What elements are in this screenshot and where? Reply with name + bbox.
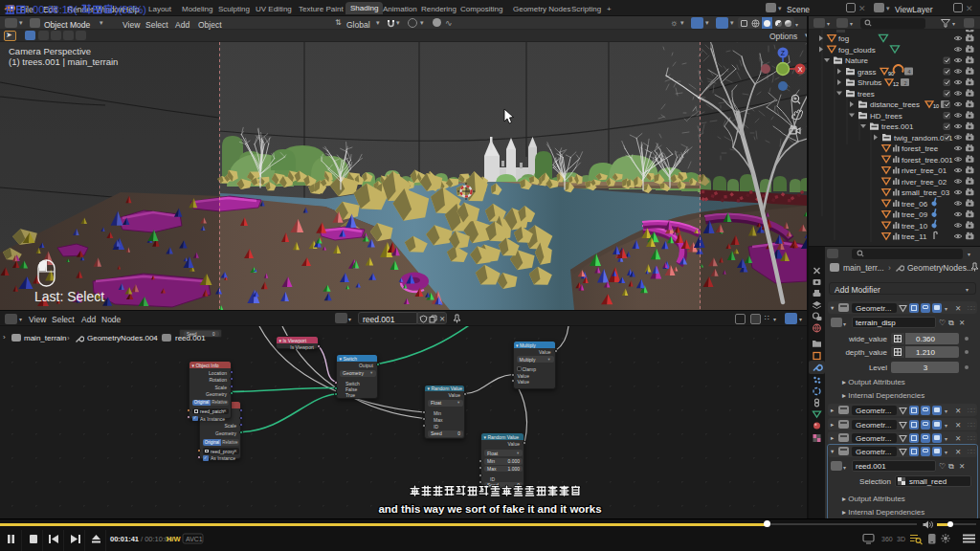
svg-text:Nature: Nature	[845, 56, 869, 65]
svg-text:H/W: H/W	[167, 535, 182, 543]
svg-text:Camera Perspective: Camera Perspective	[9, 46, 91, 56]
svg-text:AVC1: AVC1	[186, 536, 203, 542]
svg-text:forest_tree.001: forest_tree.001	[902, 156, 953, 165]
svg-text:river_tree_01: river_tree_01	[902, 166, 947, 175]
svg-text:trees.001: trees.001	[881, 122, 914, 131]
svg-text:HD_trees: HD_trees	[870, 112, 902, 121]
svg-text:12: 12	[893, 81, 899, 87]
svg-text:tree_09: tree_09	[902, 210, 928, 219]
svg-text:trees: trees	[858, 90, 875, 99]
svg-text:distance_trees: distance_trees	[870, 100, 920, 109]
svg-text:fog: fog	[838, 34, 849, 43]
svg-text:00:01:41: 00:01:41	[110, 535, 139, 543]
svg-text:and this way we sort of fake i: and this way we sort of fake it and it w…	[378, 503, 601, 515]
svg-text:small_tree_03: small_tree_03	[902, 188, 950, 197]
svg-text:X: X	[798, 66, 803, 73]
svg-text:Z: Z	[781, 50, 786, 56]
svg-text:: 00:08:18(: : 00:08:18(	[27, 4, 78, 15]
svg-text:2: 2	[904, 80, 907, 86]
svg-text:grass: grass	[858, 68, 877, 77]
svg-text:Last: Select: Last: Select	[34, 289, 104, 304]
svg-text:fog_clouds: fog_clouds	[838, 46, 876, 55]
svg-text:(1) trees.001 | main_terrain: (1) trees.001 | main_terrain	[9, 56, 118, 67]
svg-text:3D: 3D	[897, 536, 905, 542]
svg-text:tree_06: tree_06	[902, 200, 928, 209]
svg-text:river_tree_02: river_tree_02	[902, 178, 947, 187]
svg-text:tree_11: tree_11	[902, 232, 927, 241]
svg-text:)(82%): )(82%)	[115, 4, 146, 15]
svg-text:Shrubs: Shrubs	[858, 78, 881, 87]
svg-text:10: 10	[933, 103, 939, 109]
svg-text:360: 360	[881, 536, 893, 542]
svg-text:forest_tree: forest_tree	[902, 144, 939, 153]
svg-text:tree_10: tree_10	[902, 222, 928, 231]
svg-text:4: 4	[908, 69, 911, 75]
